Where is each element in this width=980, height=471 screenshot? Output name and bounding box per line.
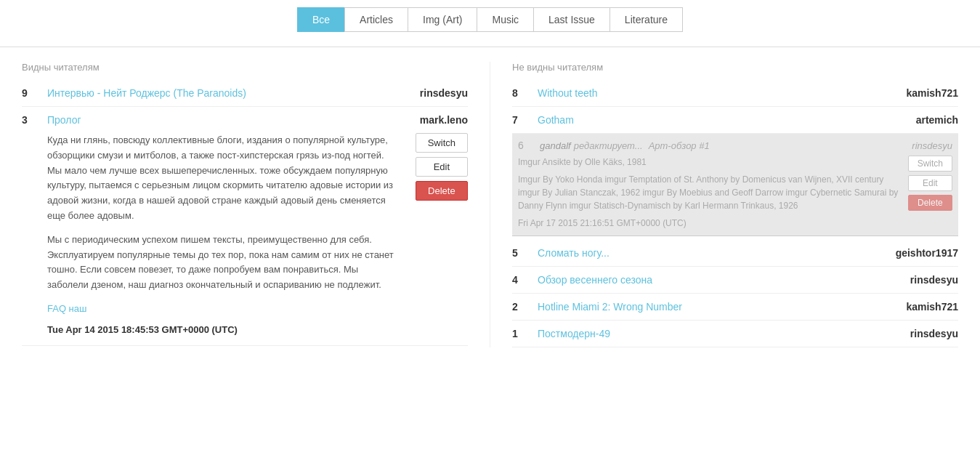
post-row: 4 Обзор весеннего сезона rinsdesyu: [512, 267, 958, 294]
post-author: artemich: [916, 114, 958, 126]
post-row: 9 Интервью - Нейт Роджерс (The Paranoids…: [22, 80, 468, 107]
post-actions: Switch Edit Delete: [416, 133, 468, 338]
post-author: rinsdesyu: [910, 328, 958, 339]
main-content: Видны читателям 9 Интервью - Нейт Роджер…: [0, 47, 980, 362]
expanded-post-header: 3 Пролог mark.leno: [22, 107, 468, 129]
expanded-post-body: Куда ни глянь, повсюду коллективные блог…: [22, 129, 468, 345]
editing-post-title: Арт-обзор #1: [649, 140, 710, 151]
right-section-label: Не видны читателям: [512, 62, 958, 73]
editing-actions: Switch Edit Delete: [908, 156, 952, 230]
post-author: geishtor1917: [896, 247, 958, 259]
post-title-link[interactable]: Пролог: [47, 114, 413, 126]
tab-literature[interactable]: Literature: [610, 7, 683, 32]
post-title-link[interactable]: Обзор весеннего сезона: [538, 274, 903, 286]
post-title-link[interactable]: Сломать ногу...: [538, 247, 888, 259]
post-title-link[interactable]: Интервью - Нейт Роджерс (The Paranoids): [47, 87, 413, 99]
post-number: 8: [512, 87, 538, 99]
editing-content: Imgur Ansikte by Olle Käks, 1981 Imgur B…: [518, 156, 901, 230]
right-panel: Не видны читателям 8 Without teeth kamis…: [490, 62, 958, 347]
post-row: 1 Постмодерн-49 rinsdesyu: [512, 321, 958, 347]
editing-label: редактирует...: [574, 140, 643, 151]
editing-post-author: rinsdesyu: [912, 140, 952, 151]
switch-button[interactable]: Switch: [416, 133, 468, 153]
editing-post-block: 6 gandalf редактирует... Арт-обзор #1 ri…: [512, 134, 958, 236]
editing-post-number: 6: [518, 140, 540, 151]
post-title-link[interactable]: Gotham: [538, 114, 909, 126]
post-number: 3: [22, 114, 47, 126]
post-author: kamish721: [906, 301, 958, 313]
left-section-label: Видны читателям: [22, 62, 468, 73]
tab-music[interactable]: Music: [477, 7, 533, 32]
post-number: 7: [512, 114, 538, 126]
post-author: rinsdesyu: [420, 87, 468, 99]
tab-all[interactable]: Все: [297, 7, 344, 32]
post-title-link[interactable]: Постмодерн-49: [538, 328, 903, 339]
editor-name: gandalf: [540, 140, 571, 151]
post-author: kamish721: [906, 87, 958, 99]
tab-last-issue[interactable]: Last Issue: [533, 7, 610, 32]
post-title-link[interactable]: Hotline Miami 2: Wrong Number: [538, 301, 899, 313]
post-timestamp: Tue Apr 14 2015 18:45:53 GMT+0000 (UTC): [47, 323, 401, 338]
post-number: 4: [512, 274, 538, 286]
editing-delete-button[interactable]: Delete: [908, 195, 952, 211]
post-number: 9: [22, 87, 47, 99]
left-panel: Видны читателям 9 Интервью - Нейт Роджер…: [22, 62, 490, 347]
post-number: 5: [512, 247, 538, 259]
editing-images-2: Imgur By Yoko Honda imgur Temptation of …: [518, 173, 901, 212]
editing-edit-button[interactable]: Edit: [908, 175, 952, 191]
editing-switch-button[interactable]: Switch: [908, 156, 952, 172]
post-row: 8 Without teeth kamish721: [512, 80, 958, 107]
post-number: 1: [512, 328, 538, 339]
post-paragraph-2: Мы с периодическим успехом пишем тексты,…: [47, 233, 401, 293]
delete-button[interactable]: Delete: [416, 181, 468, 201]
post-title-link[interactable]: Without teeth: [538, 87, 899, 99]
post-row: 7 Gotham artemich: [512, 107, 958, 134]
editing-body: Imgur Ansikte by Olle Käks, 1981 Imgur B…: [518, 156, 952, 230]
tab-bar: Все Articles Img (Art) Music Last Issue …: [0, 0, 980, 47]
tab-articles[interactable]: Articles: [344, 7, 408, 32]
post-author: rinsdesyu: [910, 274, 958, 286]
post-number: 2: [512, 301, 538, 313]
editing-timestamp: Fri Apr 17 2015 21:16:51 GMT+0000 (UTC): [518, 217, 901, 230]
editing-header: 6 gandalf редактирует... Арт-обзор #1 ri…: [518, 140, 952, 151]
edit-button[interactable]: Edit: [416, 157, 468, 177]
expanded-post: 3 Пролог mark.leno Куда ни глянь, повсюд…: [22, 107, 468, 346]
editing-images-1: Imgur Ansikte by Olle Käks, 1981: [518, 156, 901, 169]
post-row: 5 Сломать ногу... geishtor1917: [512, 240, 958, 267]
tab-img-art[interactable]: Img (Art): [408, 7, 477, 32]
post-row: 2 Hotline Miami 2: Wrong Number kamish72…: [512, 294, 958, 321]
post-content: Куда ни глянь, повсюду коллективные блог…: [47, 133, 401, 338]
faq-link[interactable]: FAQ наш: [47, 303, 86, 314]
post-paragraph-1: Куда ни глянь, повсюду коллективные блог…: [47, 133, 401, 224]
post-author: mark.leno: [420, 114, 468, 126]
